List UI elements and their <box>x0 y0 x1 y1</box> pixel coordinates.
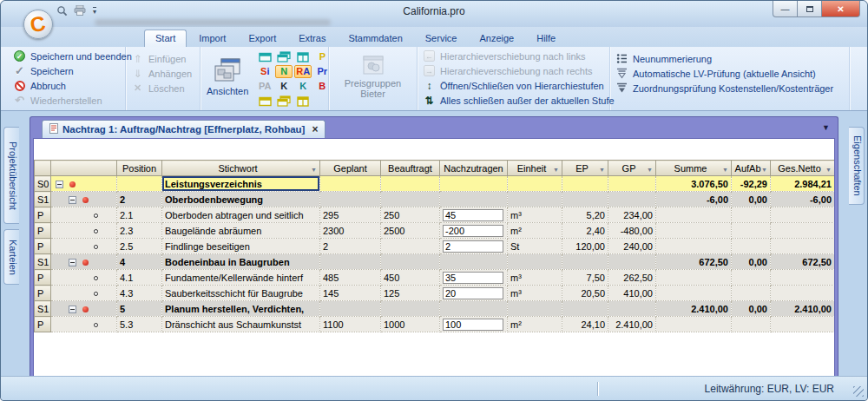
cell-aufab[interactable]: 0,00 <box>732 301 771 317</box>
cell-beauftragt[interactable] <box>381 254 440 270</box>
view-window-icon[interactable] <box>275 50 293 63</box>
cell-einheit[interactable]: m² <box>508 223 562 239</box>
collapse-icon[interactable] <box>69 259 76 266</box>
column-header-nachzutragen[interactable]: Nachzutragen <box>440 161 508 176</box>
cell-gesnetto[interactable] <box>771 317 835 332</box>
cell-stichwort[interactable]: Dränschicht aus Schaumkunstst <box>162 317 320 332</box>
cell-gesnetto[interactable]: 2.984,21 <box>771 176 835 192</box>
cell-ep[interactable] <box>562 301 608 317</box>
cell-beauftragt[interactable]: 1000 <box>381 317 440 332</box>
cell-beauftragt[interactable]: 250 <box>381 207 440 223</box>
cell-stichwort[interactable]: Fundamente/Kellerwände hinterf <box>162 270 320 286</box>
view-window-icon[interactable] <box>256 50 273 63</box>
titlebar[interactable]: ▾ California.pro — ✕ <box>1 1 867 27</box>
row-type-cell[interactable]: S0 <box>35 176 51 192</box>
cell-aufab[interactable]: 0,00 <box>732 192 771 207</box>
cell-ep[interactable]: 2,40 <box>562 223 608 239</box>
automatische-lv-pruefung-aktuelle-ansicht-button[interactable]: Automatische LV-Prüfung (aktuelle Ansich… <box>613 66 846 81</box>
ansichten-button[interactable]: Ansichten <box>203 49 252 106</box>
view-k-icon[interactable]: K <box>294 80 312 93</box>
cell-gp[interactable]: 262,50 <box>608 270 656 286</box>
cell-stichwort[interactable]: Sauberkeitsschicht für Baugrube <box>162 286 320 301</box>
cell-gesnetto[interactable]: 672,50 <box>771 254 835 270</box>
cell-summe[interactable]: 672,50 <box>656 254 732 270</box>
cell-einheit[interactable]: m³ <box>508 286 562 301</box>
ribbon-tab-anzeige[interactable]: Anzeige <box>469 30 524 47</box>
sort-arrow-icon[interactable]: ▼ <box>647 167 653 173</box>
cell-ep[interactable]: 24,10 <box>562 317 608 332</box>
cell-geplant[interactable]: 145 <box>320 286 381 301</box>
tree-cell[interactable] <box>51 239 117 254</box>
cell-nachzutragen[interactable] <box>440 301 508 317</box>
cell-stichwort[interactable]: Planum herstellen, Verdichten, <box>162 301 320 317</box>
cell-einheit[interactable]: m³ <box>508 270 562 286</box>
collapse-icon[interactable] <box>69 196 76 204</box>
cell-gesnetto[interactable]: -6,00 <box>771 192 835 207</box>
sort-arrow-icon[interactable]: ▼ <box>761 167 767 173</box>
view-pa-icon[interactable]: PA <box>256 80 273 93</box>
cell-beauftragt[interactable]: 450 <box>381 270 440 286</box>
cell-position[interactable]: 2.5 <box>117 239 162 254</box>
close-button[interactable]: ✕ <box>821 1 860 17</box>
cell-beauftragt[interactable] <box>381 301 440 317</box>
column-header-ep[interactable]: EP▼ <box>562 161 608 176</box>
column-header-geplant[interactable]: Geplant <box>320 161 381 176</box>
cell-gp[interactable] <box>608 254 656 270</box>
tree-cell[interactable] <box>51 192 117 207</box>
cell-position[interactable]: 2.3 <box>117 223 162 239</box>
view-window-icon[interactable] <box>256 95 273 108</box>
cell-gesnetto[interactable] <box>771 239 835 254</box>
cell-aufab[interactable] <box>732 270 771 286</box>
column-header-tree[interactable] <box>51 161 117 176</box>
ribbon-tab-import[interactable]: Import <box>188 30 236 47</box>
tree-cell[interactable] <box>51 254 117 270</box>
sort-arrow-icon[interactable]: ▼ <box>722 167 728 173</box>
cell-einheit[interactable]: m³ <box>508 207 562 223</box>
cell-beauftragt[interactable] <box>381 192 440 207</box>
cell-gp[interactable] <box>608 176 656 192</box>
cell-gp[interactable]: 240,00 <box>608 239 656 254</box>
cell-gesnetto[interactable] <box>771 270 835 286</box>
cell-einheit[interactable] <box>508 176 562 192</box>
cell-einheit[interactable]: m² <box>508 317 562 332</box>
tab-list-dropdown-icon[interactable]: ▼ <box>822 123 830 132</box>
column-header-summe[interactable]: Summe▼ <box>656 161 732 176</box>
cell-gesnetto[interactable] <box>771 286 835 301</box>
cell-summe[interactable] <box>656 317 732 332</box>
nachzutragen-input[interactable]: 35 <box>443 272 503 284</box>
cell-gp[interactable] <box>608 301 656 317</box>
row-type-cell[interactable]: P <box>35 270 51 286</box>
ribbon-tab-hilfe[interactable]: Hilfe <box>526 30 566 47</box>
cell-position[interactable]: 5 <box>117 301 162 317</box>
cell-nachzutragen[interactable]: 35 <box>440 270 508 286</box>
cell-beauftragt[interactable]: 125 <box>381 286 440 301</box>
cell-stichwort[interactable]: Leistungsverzeichnis <box>162 176 320 192</box>
cell-ep[interactable] <box>562 176 608 192</box>
maximize-button[interactable] <box>798 1 821 17</box>
cell-stichwort[interactable]: Baugelände abräumen <box>162 223 320 239</box>
sort-arrow-icon[interactable]: ▼ <box>825 167 832 173</box>
abbruch-button[interactable]: Abbruch <box>10 78 122 93</box>
column-header-aufab[interactable]: AufAb▼ <box>732 161 771 176</box>
cell-gesnetto[interactable]: 2.410,00 <box>771 301 835 317</box>
tree-cell[interactable] <box>51 317 117 332</box>
sort-arrow-icon[interactable]: ▼ <box>599 167 605 173</box>
collapse-icon[interactable] <box>56 181 63 188</box>
cell-position[interactable]: 4 <box>117 254 162 270</box>
tree-cell[interactable] <box>51 176 117 192</box>
cell-beauftragt[interactable]: 2500 <box>381 223 440 239</box>
ribbon-tab-extras[interactable]: Extras <box>288 30 336 47</box>
nachzutragen-input[interactable]: 2 <box>443 240 503 253</box>
nachzutragen-input[interactable]: -200 <box>443 225 503 237</box>
cell-nachzutragen[interactable] <box>440 254 508 270</box>
cell-aufab[interactable] <box>732 223 771 239</box>
row-type-cell[interactable]: P <box>35 317 51 332</box>
sort-arrow-icon[interactable]: ▼ <box>311 167 317 173</box>
cell-summe[interactable] <box>656 207 732 223</box>
cell-ep[interactable]: 20,50 <box>562 286 608 301</box>
cell-summe[interactable]: -6,00 <box>656 192 732 207</box>
document-tab[interactable]: Nachtrag 1: Auftrag/Nachtrag [Effnerplat… <box>42 120 326 138</box>
cell-aufab[interactable]: 0,00 <box>732 254 771 270</box>
minimize-button[interactable]: — <box>773 1 798 17</box>
cell-geplant[interactable]: 2 <box>320 239 381 254</box>
